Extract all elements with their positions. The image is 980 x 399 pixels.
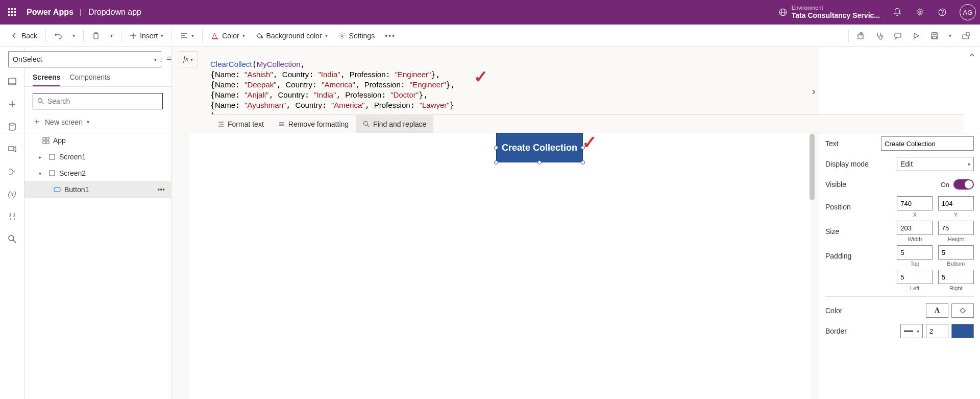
tree-search-input[interactable] — [47, 97, 158, 105]
ellipsis-icon[interactable]: ••• — [157, 185, 165, 194]
canvas-button[interactable]: Create Collection — [496, 133, 583, 162]
selection-handle[interactable] — [494, 160, 498, 165]
selection-handle[interactable] — [537, 160, 542, 165]
tree-label-button1: Button1 — [64, 185, 89, 194]
fx-icon: fx — [183, 55, 188, 63]
find-replace-label: Find and replace — [373, 120, 426, 128]
search-rail-icon[interactable] — [6, 233, 18, 245]
tree-search[interactable] — [33, 93, 163, 109]
new-screen-button[interactable]: ＋ New screen ▾ — [24, 113, 171, 130]
tree-item-screen2[interactable]: ▾ Screen2 — [24, 165, 171, 181]
tree-label-screen2: Screen2 — [59, 169, 86, 177]
user-avatar[interactable]: AG — [960, 4, 976, 20]
back-label: Back — [21, 32, 37, 40]
plus-icon — [130, 32, 137, 39]
red-check-annotation-3: ✓ — [582, 132, 597, 153]
visible-toggle[interactable] — [953, 179, 974, 190]
design-canvas[interactable]: Create Collection ✓ — [189, 133, 811, 399]
prop-input-height[interactable] — [938, 221, 974, 235]
ellipsis-icon: ••• — [385, 32, 396, 40]
remove-formatting-button[interactable]: Remove formatting — [271, 115, 356, 133]
screen-icon — [48, 154, 56, 160]
selection-handle[interactable] — [581, 160, 585, 165]
environment-picker[interactable]: Environment Tata Consultancy Servic... — [778, 5, 880, 20]
chevron-down-icon: ▾ — [325, 33, 328, 38]
svg-point-25 — [341, 35, 343, 37]
tree-item-app[interactable]: App — [24, 132, 171, 149]
waffle-icon[interactable] — [4, 4, 20, 20]
product-title: Power Apps | Dropdown app — [27, 8, 141, 17]
prop-input-text[interactable] — [881, 136, 974, 151]
variables-rail-icon[interactable]: (x) — [6, 188, 18, 200]
format-text-button[interactable]: Format text — [210, 115, 271, 133]
tree-item-button1[interactable]: Button1 ••• — [24, 181, 171, 198]
publish-button[interactable] — [958, 28, 974, 44]
find-replace-button[interactable]: Find and replace — [356, 115, 433, 133]
save-dropdown[interactable]: ▾ — [945, 28, 955, 44]
notifications-icon[interactable] — [892, 7, 902, 17]
fill-color-swatch[interactable] — [951, 303, 974, 318]
help-icon[interactable] — [937, 7, 947, 17]
undo-button[interactable] — [50, 28, 66, 44]
tree-item-screen1[interactable]: ▸ Screen1 — [24, 149, 171, 165]
prop-input-x[interactable] — [897, 196, 933, 210]
collapse-right-panel-icon[interactable] — [808, 86, 819, 98]
settings-gear-icon[interactable] — [915, 7, 925, 17]
border-width-input[interactable] — [926, 324, 948, 338]
font-color-icon: A — [211, 32, 219, 40]
svg-point-27 — [881, 35, 883, 36]
prop-input-padbottom[interactable] — [938, 245, 974, 260]
tab-components[interactable]: Components — [69, 69, 110, 86]
fx-button[interactable]: fx ▾ — [179, 51, 198, 67]
media-rail-icon[interactable] — [6, 143, 18, 155]
prop-select-displaymode[interactable]: Edit ▾ — [897, 157, 974, 171]
arrow-left-icon — [10, 32, 18, 40]
svg-rect-52 — [50, 154, 55, 159]
undo-dropdown[interactable]: ▾ — [68, 28, 79, 44]
tab-screens[interactable]: Screens — [33, 69, 60, 86]
background-color-button[interactable]: Background color ▾ — [251, 28, 332, 44]
align-button[interactable]: ▾ — [176, 28, 198, 44]
prop-input-y[interactable] — [938, 196, 974, 210]
chevron-down-icon[interactable]: ▾ — [39, 171, 45, 176]
sublabel-height: Height — [948, 236, 964, 242]
prop-input-padright[interactable] — [938, 270, 974, 284]
font-color-button[interactable]: A Color ▾ — [207, 28, 249, 44]
share-icon — [857, 32, 865, 40]
prop-input-padtop[interactable] — [897, 245, 933, 260]
tree-view-icon[interactable] — [6, 76, 18, 88]
paste-button[interactable] — [88, 28, 104, 44]
overflow-button[interactable]: ••• — [381, 28, 400, 44]
formula-editor[interactable]: ClearCollect(MyCollection, {Name: "Ashis… — [210, 49, 964, 121]
checker-button[interactable] — [871, 28, 888, 44]
svg-line-62 — [368, 125, 370, 127]
selection-handle[interactable] — [494, 146, 498, 150]
chevron-right-icon[interactable]: ▸ — [39, 154, 45, 160]
preview-button[interactable] — [908, 28, 924, 44]
publish-icon — [962, 32, 970, 40]
chevron-down-icon: ▾ — [72, 33, 75, 38]
back-button[interactable]: Back — [6, 28, 41, 44]
data-rail-icon[interactable] — [6, 121, 18, 133]
save-button[interactable] — [926, 28, 943, 44]
prop-input-width[interactable] — [897, 221, 933, 235]
canvas-scrollbar[interactable] — [810, 134, 815, 200]
svg-rect-53 — [50, 171, 55, 176]
svg-rect-32 — [933, 36, 937, 39]
paste-dropdown[interactable]: ▾ — [106, 28, 117, 44]
property-selector[interactable]: OnSelect ▾ — [8, 51, 161, 67]
insert-rail-icon[interactable] — [6, 98, 18, 110]
tools-rail-icon[interactable] — [6, 210, 18, 223]
border-color-swatch[interactable] — [951, 324, 974, 338]
svg-line-47 — [42, 102, 44, 104]
expand-formula-icon[interactable] — [968, 51, 976, 59]
prop-label-padding: Padding — [825, 252, 897, 260]
font-color-swatch[interactable]: A — [926, 303, 948, 318]
comments-button[interactable] — [890, 28, 906, 44]
insert-button[interactable]: Insert ▾ — [126, 28, 167, 44]
share-button[interactable] — [853, 28, 869, 44]
settings-button[interactable]: Settings — [334, 28, 379, 44]
prop-input-padleft[interactable] — [897, 270, 933, 284]
flows-rail-icon[interactable] — [6, 166, 18, 178]
border-style-select[interactable]: ▾ — [900, 324, 923, 338]
